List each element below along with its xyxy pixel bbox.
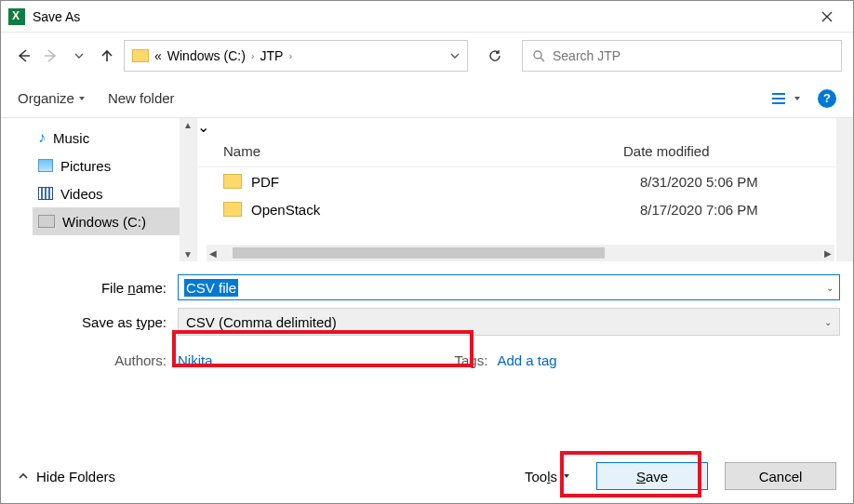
- column-headers: Name Date modified: [197, 136, 853, 167]
- chevron-down-icon[interactable]: [450, 51, 460, 60]
- arrow-up-icon: [100, 47, 114, 64]
- title-bar: Save As: [1, 1, 853, 33]
- cancel-label: Cancel: [759, 469, 803, 484]
- caret-down-icon: [563, 472, 570, 480]
- breadcrumb-part2[interactable]: JTP: [260, 48, 283, 63]
- save-button[interactable]: Save: [596, 462, 708, 490]
- arrow-right-icon: [43, 47, 60, 64]
- sidebar-item-label: Videos: [60, 186, 103, 202]
- file-date: 8/17/2020 7:06 PM: [640, 202, 758, 218]
- window-title: Save As: [33, 9, 80, 24]
- sidebar-item-label: Music: [53, 130, 89, 146]
- folder-icon: [132, 49, 149, 62]
- filename-input[interactable]: CSV file ⌄: [178, 274, 840, 300]
- caret-down-icon: [78, 95, 86, 102]
- file-date: 8/31/2020 5:06 PM: [640, 174, 758, 190]
- scrollbar-thumb[interactable]: [233, 247, 605, 259]
- forward-button[interactable]: [40, 45, 62, 67]
- help-button[interactable]: ?: [818, 89, 836, 108]
- navigation-sidebar: ♪ Music Pictures Videos Windows (C:) ▲ ▼: [1, 118, 196, 261]
- sidebar-item-drive-c[interactable]: Windows (C:): [33, 207, 196, 235]
- arrow-left-icon: [15, 47, 32, 64]
- sidebar-item-label: Windows (C:): [62, 214, 146, 230]
- file-name: OpenStack: [251, 202, 640, 218]
- tags-label: Tags:: [455, 352, 498, 368]
- hide-folders-label: Hide Folders: [36, 469, 115, 484]
- sidebar-item-videos[interactable]: Videos: [33, 179, 196, 207]
- drive-icon: [38, 215, 55, 228]
- back-button[interactable]: [12, 45, 34, 67]
- horizontal-scrollbar[interactable]: ◀ ▶: [207, 245, 834, 261]
- filename-value: CSV file: [184, 279, 238, 297]
- authors-value[interactable]: Nikita: [178, 352, 213, 368]
- sidebar-item-label: Pictures: [60, 158, 111, 174]
- save-form: File name: CSV file ⌄ Save as type: CSV …: [1, 261, 853, 368]
- view-options-button[interactable]: [771, 92, 801, 105]
- folder-icon: [223, 202, 242, 217]
- breadcrumb-separator-icon: ›: [288, 50, 292, 61]
- refresh-icon: [487, 48, 502, 63]
- search-input[interactable]: [553, 48, 832, 63]
- folder-icon: [223, 174, 242, 189]
- breadcrumb-ellipsis[interactable]: «: [154, 48, 162, 63]
- sidebar-scrollbar[interactable]: ▲ ▼: [180, 118, 196, 261]
- close-button[interactable]: [808, 3, 846, 31]
- caret-down-icon: [794, 95, 801, 102]
- organize-label: Organize: [18, 90, 74, 106]
- dialog-footer: Hide Folders Tools Save Cancel: [1, 449, 853, 503]
- scroll-up-icon[interactable]: ▲: [183, 118, 193, 132]
- up-button[interactable]: [96, 45, 118, 67]
- excel-app-icon: [8, 8, 25, 25]
- sidebar-item-pictures[interactable]: Pictures: [33, 152, 196, 179]
- close-icon: [821, 11, 833, 22]
- new-folder-button[interactable]: New folder: [108, 90, 175, 106]
- column-header-name[interactable]: Name: [223, 143, 623, 159]
- file-name: PDF: [251, 174, 640, 190]
- file-row[interactable]: PDF 8/31/2020 5:06 PM: [197, 167, 853, 195]
- list-view-icon: [771, 92, 790, 105]
- music-icon: ♪: [38, 129, 46, 146]
- chevron-down-icon[interactable]: ⌄: [826, 283, 834, 293]
- refresh-button[interactable]: [479, 40, 511, 72]
- breadcrumb-separator-icon: ›: [251, 50, 255, 61]
- tools-menu[interactable]: Tools: [525, 469, 570, 484]
- recent-locations-dropdown[interactable]: [68, 45, 90, 67]
- breadcrumb-part1[interactable]: Windows (C:): [167, 48, 246, 63]
- address-bar[interactable]: « Windows (C:) › JTP ›: [124, 40, 468, 72]
- chevron-down-icon: [74, 51, 84, 60]
- authors-label: Authors:: [14, 352, 178, 368]
- chevron-down-icon[interactable]: ⌄: [824, 317, 832, 327]
- vertical-scrollbar[interactable]: [836, 118, 853, 261]
- scroll-right-icon[interactable]: ▶: [821, 248, 834, 259]
- column-header-date[interactable]: Date modified: [623, 143, 710, 159]
- filename-label: File name:: [14, 280, 178, 296]
- filetype-select[interactable]: CSV (Comma delimited) ⌄: [178, 308, 840, 336]
- scroll-left-icon[interactable]: ◀: [207, 248, 220, 259]
- tags-value[interactable]: Add a tag: [497, 352, 556, 368]
- filetype-value: CSV (Comma delimited): [186, 314, 337, 330]
- command-toolbar: Organize New folder ?: [1, 79, 853, 118]
- pictures-icon: [38, 159, 53, 172]
- search-icon: [532, 49, 545, 62]
- organize-menu[interactable]: Organize: [18, 90, 86, 106]
- sidebar-item-music[interactable]: ♪ Music: [33, 124, 196, 152]
- hide-folders-button[interactable]: Hide Folders: [18, 469, 115, 484]
- cancel-button[interactable]: Cancel: [725, 462, 836, 490]
- navigation-row: « Windows (C:) › JTP ›: [1, 33, 853, 79]
- filetype-label: Save as type:: [14, 314, 178, 330]
- videos-icon: [38, 187, 53, 200]
- content-area: ♪ Music Pictures Videos Windows (C:) ▲ ▼…: [1, 118, 853, 261]
- svg-point-0: [534, 51, 541, 59]
- file-list-pane: ⌄ Name Date modified PDF 8/31/2020 5:06 …: [196, 118, 853, 261]
- file-row[interactable]: OpenStack 8/17/2020 7:06 PM: [197, 195, 853, 223]
- search-box[interactable]: [522, 40, 842, 72]
- column-sort-indicator-icon: ⌄: [197, 119, 209, 135]
- chevron-up-icon: [18, 471, 29, 482]
- scroll-down-icon[interactable]: ▼: [183, 247, 193, 261]
